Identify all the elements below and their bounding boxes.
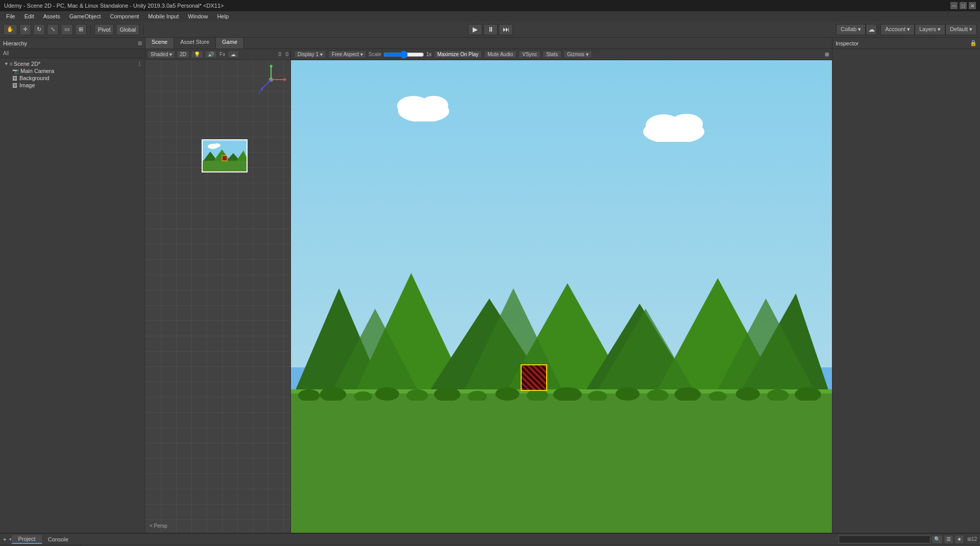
scene-viewport[interactable]: X Y Z < Persp bbox=[145, 60, 290, 533]
tab-project[interactable]: Project bbox=[12, 535, 41, 544]
scale-slider[interactable] bbox=[383, 52, 424, 58]
scene-badge: 1 bbox=[138, 61, 141, 67]
hierarchy-scene-root[interactable]: ▼ ≡ Scene 2D* 1 bbox=[2, 60, 143, 67]
pivot-button[interactable]: Pivot bbox=[94, 24, 114, 35]
scene-audio-button[interactable]: 🔊 bbox=[205, 51, 217, 58]
menu-help[interactable]: Help bbox=[213, 12, 233, 20]
hierarchy-expand[interactable]: ⊞ bbox=[138, 40, 142, 46]
collab-label: Collab ▾ bbox=[841, 26, 861, 33]
inspector-lock-icon[interactable]: 🔒 bbox=[970, 40, 977, 46]
inspector-tab[interactable]: Inspector bbox=[836, 40, 859, 46]
menu-edit[interactable]: Edit bbox=[20, 12, 38, 20]
game-expand[interactable]: ⊞ bbox=[825, 52, 829, 57]
hierarchy-item-image[interactable]: 🖼 Image bbox=[2, 82, 143, 89]
menu-gameobject[interactable]: GameObject bbox=[65, 12, 105, 20]
rect-tool-button[interactable]: ▭ bbox=[61, 24, 73, 35]
all-filter[interactable]: All bbox=[3, 51, 9, 56]
menu-window[interactable]: Window bbox=[184, 12, 212, 20]
svg-rect-5 bbox=[203, 161, 248, 172]
tab-asset-store[interactable]: Asset Store bbox=[174, 38, 216, 48]
global-button[interactable]: Global bbox=[116, 24, 139, 35]
svg-point-40 bbox=[406, 389, 428, 401]
move-tool-button[interactable]: ✛ bbox=[19, 24, 31, 35]
tab-game[interactable]: Game bbox=[216, 38, 244, 48]
svg-text:X: X bbox=[284, 77, 286, 82]
search-button[interactable]: 🔍 bbox=[932, 535, 943, 544]
game-toolbar: Display 1 ▾ Free Aspect ▾ Scale 1x Maxim… bbox=[291, 49, 832, 60]
2d-button[interactable]: 2D bbox=[177, 51, 189, 58]
game-scene bbox=[291, 60, 832, 533]
add-button[interactable]: + bbox=[0, 535, 9, 543]
main-area: Hierarchy ⊞ All ▼ ≡ Scene 2D* 1 📷 Main C… bbox=[0, 38, 980, 533]
rotate-tool-button[interactable]: ↻ bbox=[33, 24, 45, 35]
svg-point-45 bbox=[553, 387, 582, 401]
svg-point-38 bbox=[354, 391, 372, 401]
scene-sky-button[interactable]: ☁ bbox=[228, 51, 239, 58]
layers-button[interactable]: Layers ▾ bbox=[915, 24, 945, 35]
account-button[interactable]: Account ▾ bbox=[880, 24, 915, 35]
scale-tool-button[interactable]: ⤡ bbox=[47, 24, 59, 35]
hand-tool-button[interactable]: ✋ bbox=[3, 24, 17, 35]
step-button[interactable]: ⏭ bbox=[499, 24, 513, 35]
image-sprite-icon: 🖼 bbox=[12, 83, 17, 88]
scene-coords: 0 0 bbox=[279, 52, 288, 57]
account-label: Account ▾ bbox=[885, 26, 910, 33]
svg-point-50 bbox=[709, 391, 727, 401]
toolbar-sep-right bbox=[878, 24, 879, 35]
asset-count: ⊞12 bbox=[967, 536, 977, 542]
menu-component[interactable]: Component bbox=[106, 12, 143, 20]
display-dropdown[interactable]: Display 1 ▾ bbox=[294, 51, 326, 58]
image-label: Image bbox=[19, 82, 35, 88]
scene-icon: ≡ bbox=[10, 61, 13, 67]
svg-point-48 bbox=[647, 389, 668, 401]
scene-game-area: Shaded ▾ 2D 💡 🔊 Fx ☁ 0 0 bbox=[145, 49, 832, 533]
tab-scene[interactable]: Scene bbox=[145, 38, 174, 48]
center-area: Scene Asset Store Game Shaded ▾ 2D 💡 🔊 F… bbox=[145, 38, 832, 533]
menu-file[interactable]: File bbox=[2, 12, 19, 20]
maximize-on-play-button[interactable]: Maximize On Play bbox=[434, 51, 482, 58]
window-controls[interactable]: ─ □ ✕ bbox=[950, 2, 976, 9]
project-panel: + ▾ Project Console 🔍 ☰ ★ ⊞12 ▶ bbox=[0, 534, 980, 546]
star-button[interactable]: ★ bbox=[954, 535, 964, 544]
vsync-button[interactable]: VSync bbox=[519, 51, 541, 58]
title-bar: Udemy - Scene 2D - PC, Mac & Linux Stand… bbox=[0, 0, 980, 11]
background-label: Background bbox=[19, 75, 50, 81]
menu-assets[interactable]: Assets bbox=[39, 12, 64, 20]
hierarchy-item-camera[interactable]: 📷 Main Camera bbox=[2, 67, 143, 75]
svg-point-52 bbox=[767, 389, 789, 401]
menu-mobile-input[interactable]: Mobile Input bbox=[144, 12, 183, 20]
mute-audio-button[interactable]: Mute Audio bbox=[484, 51, 517, 58]
scene-lighting-button[interactable]: 💡 bbox=[191, 51, 203, 58]
camera-preview bbox=[202, 139, 248, 172]
main-toolbar: ✋ ✛ ↻ ⤡ ▭ ⊞ Pivot Global ▶ ⏸ ⏭ Collab ▾ … bbox=[0, 21, 980, 38]
aspect-dropdown[interactable]: Free Aspect ▾ bbox=[328, 51, 366, 58]
play-button[interactable]: ▶ bbox=[468, 24, 482, 35]
persp-label: < Persp bbox=[150, 523, 167, 529]
scene-grid bbox=[145, 60, 290, 533]
transform-tool-button[interactable]: ⊞ bbox=[75, 24, 87, 35]
window-title: Udemy - Scene 2D - PC, Mac & Linux Stand… bbox=[4, 3, 950, 9]
svg-point-41 bbox=[434, 387, 460, 401]
default-layout-button[interactable]: Default ▾ bbox=[945, 24, 977, 35]
svg-point-24 bbox=[670, 114, 703, 134]
scene-game-tabs: Scene Asset Store Game bbox=[145, 38, 832, 49]
gizmos-button[interactable]: Gizmos ▾ bbox=[564, 51, 592, 58]
cloud-button[interactable]: ☁ bbox=[866, 24, 877, 35]
search-input[interactable] bbox=[839, 535, 930, 543]
player-box bbox=[521, 364, 547, 391]
scene-panel: Shaded ▾ 2D 💡 🔊 Fx ☁ 0 0 bbox=[145, 49, 291, 533]
stats-button[interactable]: Stats bbox=[543, 51, 561, 58]
close-button[interactable]: ✕ bbox=[969, 2, 976, 9]
hierarchy-item-background[interactable]: 🖼 Background bbox=[2, 75, 143, 82]
hierarchy-filter-bar: All bbox=[0, 49, 145, 58]
toolbar-separator-2 bbox=[143, 24, 143, 35]
maximize-button[interactable]: □ bbox=[960, 2, 967, 9]
filter-button[interactable]: ☰ bbox=[944, 535, 953, 544]
minimize-button[interactable]: ─ bbox=[950, 2, 958, 9]
project-tabs: + ▾ Project Console 🔍 ☰ ★ ⊞12 bbox=[0, 534, 980, 545]
tab-console[interactable]: Console bbox=[42, 535, 75, 543]
pause-button[interactable]: ⏸ bbox=[483, 24, 498, 35]
collab-button[interactable]: Collab ▾ bbox=[836, 24, 866, 35]
shaded-dropdown[interactable]: Shaded ▾ bbox=[148, 51, 175, 58]
game-viewport[interactable] bbox=[291, 60, 832, 533]
